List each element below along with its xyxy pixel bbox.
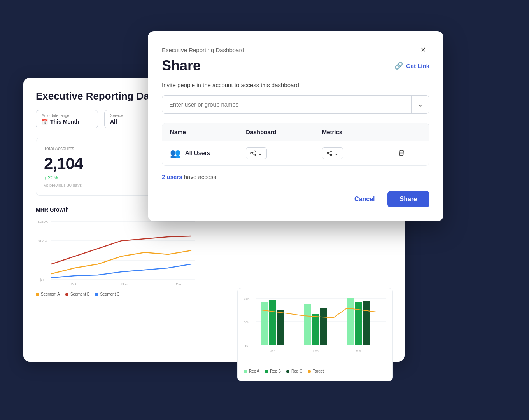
legend-dot-rep-b: [265, 370, 268, 373]
col-metrics: Metrics: [322, 129, 398, 135]
delete-cell: [398, 149, 421, 158]
bar-chart-svg: $6K $3K $0 Jan Feb Mar: [244, 294, 388, 364]
calendar-icon: 📅: [42, 119, 48, 125]
share-button[interactable]: Share: [387, 191, 429, 207]
svg-line-37: [328, 152, 330, 153]
share-icon-metrics: [326, 150, 333, 156]
get-link-button[interactable]: 🔗 Get Link: [394, 61, 429, 70]
svg-text:$3K: $3K: [244, 320, 250, 324]
svg-text:$250K: $250K: [38, 220, 48, 224]
metrics-permission-cell: ⌄: [322, 147, 398, 159]
svg-text:$0: $0: [40, 278, 44, 282]
access-count[interactable]: 2 users: [162, 173, 182, 180]
mrr-line-chart: $250K $125K $0 Oct Nov Dec: [36, 217, 199, 287]
user-cell: 👥 All Users: [170, 148, 246, 158]
modal-title: Share: [162, 58, 201, 74]
access-text: have access.: [184, 173, 218, 180]
chevron-down-icon: ⌄: [418, 101, 423, 108]
svg-rect-23: [355, 302, 362, 345]
trash-icon: [398, 149, 405, 156]
svg-rect-20: [312, 314, 319, 345]
legend-segment-a: Segment A: [36, 292, 60, 296]
col-dashboard: Dashboard: [246, 129, 322, 135]
access-table-header: Name Dashboard Metrics: [162, 123, 429, 141]
svg-rect-17: [269, 300, 276, 345]
access-info: 2 users have access.: [162, 173, 429, 180]
chevron-down-icon-metrics: ⌄: [334, 150, 339, 156]
legend-dot-rep-c: [286, 370, 289, 373]
svg-line-36: [328, 154, 330, 155]
svg-text:Oct: Oct: [71, 282, 77, 286]
modal-footer: Cancel Share: [162, 191, 429, 207]
svg-text:Nov: Nov: [121, 282, 128, 286]
modal-dashboard-name: Executive Reporting Dashboard: [162, 47, 244, 53]
legend-dot-rep-a: [244, 370, 247, 373]
invite-description: Invite people in the account to access t…: [162, 82, 429, 88]
svg-rect-21: [320, 308, 327, 345]
dashboard-permission-cell: ⌄: [246, 147, 322, 159]
legend-rep-a: Rep A: [244, 369, 259, 373]
svg-text:$0: $0: [245, 344, 248, 347]
svg-line-32: [252, 152, 254, 153]
access-table: Name Dashboard Metrics 👥 All Users ⌄: [162, 123, 429, 166]
svg-text:Feb: Feb: [313, 349, 319, 353]
search-dropdown-button[interactable]: ⌄: [411, 96, 429, 113]
svg-text:Mar: Mar: [356, 349, 361, 353]
close-button[interactable]: ×: [417, 44, 429, 56]
bar-chart-legend: Rep A Rep B Rep C Target: [244, 369, 386, 373]
legend-segment-c: Segment C: [95, 292, 119, 296]
legend-rep-c: Rep C: [286, 369, 302, 373]
svg-rect-19: [304, 304, 311, 345]
svg-rect-16: [261, 302, 268, 345]
legend-dot-target: [308, 370, 311, 373]
bg-filter-date-value: 📅 This Month: [42, 119, 92, 125]
user-name: All Users: [185, 150, 210, 157]
svg-line-31: [252, 154, 254, 155]
mrr-chart-container: $250K $125K $0 Oct Nov Dec Segment A: [36, 217, 392, 295]
col-name: Name: [170, 129, 246, 135]
group-icon: 👥: [170, 148, 180, 158]
legend-target: Target: [308, 369, 324, 373]
svg-text:Jan: Jan: [270, 349, 275, 353]
svg-rect-18: [277, 310, 284, 345]
link-icon: 🔗: [394, 61, 403, 70]
delete-button[interactable]: [398, 149, 405, 158]
legend-dot-b: [65, 293, 68, 296]
svg-text:Dec: Dec: [176, 282, 182, 286]
col-actions: [398, 129, 421, 135]
metrics-share-button[interactable]: ⌄: [322, 147, 343, 159]
user-search-input[interactable]: [162, 96, 411, 113]
svg-rect-24: [363, 301, 370, 345]
bg-filter-date[interactable]: Auto date range 📅 This Month: [36, 110, 98, 128]
legend-rep-b: Rep B: [265, 369, 281, 373]
user-search-row: ⌄: [162, 95, 429, 114]
svg-text:$125K: $125K: [38, 239, 48, 243]
svg-rect-22: [347, 298, 354, 345]
bar-chart-card: $6K $3K $0 Jan Feb Mar Rep A Rep B: [237, 288, 393, 381]
table-row: 👥 All Users ⌄ ⌄: [162, 141, 429, 165]
legend-dot-a: [36, 293, 39, 296]
bg-filter-date-label: Auto date range: [42, 114, 92, 118]
dashboard-share-button[interactable]: ⌄: [246, 147, 267, 159]
svg-text:$6K: $6K: [244, 297, 250, 301]
modal-title-row: Share 🔗 Get Link: [162, 58, 429, 74]
modal-header: Executive Reporting Dashboard ×: [162, 44, 429, 56]
chevron-down-icon-dashboard: ⌄: [258, 150, 263, 156]
legend-dot-c: [95, 293, 98, 296]
share-icon: [250, 150, 256, 156]
share-modal: Executive Reporting Dashboard × Share 🔗 …: [148, 31, 443, 221]
cancel-button[interactable]: Cancel: [348, 192, 381, 206]
legend-segment-b: Segment B: [65, 292, 89, 296]
